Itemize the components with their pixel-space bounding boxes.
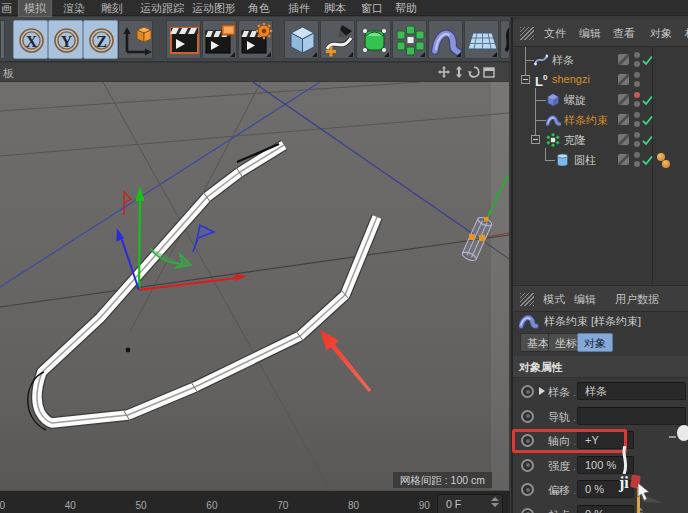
om-menu-4[interactable]: 对象: [650, 20, 672, 46]
object-row-3[interactable]: 螺旋: [513, 90, 688, 110]
bend-deformer-button[interactable]: [428, 20, 463, 59]
editor-visibility-dot[interactable]: [634, 152, 640, 158]
keyframe-circle[interactable]: [521, 385, 534, 398]
link-field[interactable]: [577, 407, 686, 425]
editor-visibility-dot[interactable]: [634, 112, 640, 118]
render-visibility-dot[interactable]: [634, 121, 640, 127]
object-name[interactable]: 螺旋: [564, 93, 586, 108]
enabled-check-icon[interactable]: [642, 55, 653, 66]
om-menu-3[interactable]: 查看: [613, 20, 635, 46]
enabled-check-icon[interactable]: [642, 115, 653, 126]
material-orange-tag-icon[interactable]: [662, 160, 670, 168]
object-row-4[interactable]: 样条约束: [513, 110, 688, 130]
object-row-1[interactable]: 样条: [513, 50, 688, 70]
link-field[interactable]: 样条: [577, 382, 686, 400]
render-settings-button[interactable]: [238, 20, 273, 59]
viewport-panel[interactable]: 板: [0, 63, 509, 490]
expand-triangle-icon[interactable]: [539, 387, 545, 395]
tab-3[interactable]: 对象: [577, 333, 613, 352]
draw-spline-button[interactable]: [320, 20, 355, 59]
layer-swatch[interactable]: [618, 94, 629, 105]
enabled-check-icon[interactable]: [642, 95, 653, 106]
coordinate-system-button[interactable]: [118, 20, 153, 59]
layer-swatch[interactable]: [618, 54, 629, 65]
cylinder-handle[interactable]: [479, 235, 485, 241]
enabled-check-icon[interactable]: [642, 155, 653, 166]
keyframe-circle[interactable]: [521, 483, 534, 496]
object-name[interactable]: 圆柱: [574, 153, 596, 168]
om-menu-1[interactable]: 文件: [544, 20, 566, 46]
object-name[interactable]: 克隆: [564, 133, 586, 148]
menu-item-10[interactable]: 窗口: [361, 0, 383, 16]
menu-item-6[interactable]: 运动图形: [192, 0, 236, 16]
editor-visibility-dot[interactable]: [634, 52, 640, 58]
visibility-dots[interactable]: [634, 132, 640, 150]
editor-visibility-dot[interactable]: [634, 92, 640, 98]
lock-z-axis-button[interactable]: Z: [83, 20, 118, 59]
object-row-6[interactable]: 圆柱: [513, 150, 688, 170]
panel-grip-icon[interactable]: [520, 27, 534, 40]
render-visibility-dot[interactable]: [634, 101, 640, 107]
editor-visibility-dot[interactable]: [634, 72, 640, 78]
menu-item-5[interactable]: 运动跟踪: [140, 0, 184, 16]
render-visibility-dot[interactable]: [634, 81, 640, 87]
maximize-icon[interactable]: [483, 66, 495, 78]
object-name[interactable]: 样条约束: [564, 113, 608, 128]
timeline-ruler[interactable]: 0 F 30405060708090: [0, 490, 510, 513]
visibility-dots[interactable]: [634, 92, 640, 110]
gizmo-y-axis[interactable]: [139, 199, 140, 290]
add-cube-button[interactable]: [284, 20, 319, 59]
object-name[interactable]: 样条: [552, 53, 574, 68]
current-frame-field[interactable]: 0 F: [437, 494, 503, 513]
menu-item-7[interactable]: 角色: [248, 0, 270, 16]
cylinder-top-handle[interactable]: [484, 217, 489, 222]
visibility-dots[interactable]: [634, 52, 640, 70]
menu-item-11[interactable]: 帮助: [395, 0, 417, 16]
menu-item-1[interactable]: 画: [1, 0, 12, 16]
layer-swatch[interactable]: [618, 114, 629, 125]
spinner-down-icon[interactable]: [491, 503, 499, 507]
menu-item-9[interactable]: 脚本: [324, 0, 346, 16]
enabled-check-icon[interactable]: [642, 135, 653, 146]
attribute-section-header[interactable]: 对象属性: [513, 356, 688, 378]
lock-x-axis-button[interactable]: X: [13, 20, 48, 59]
visibility-dots[interactable]: [634, 72, 640, 90]
object-row-5[interactable]: 克隆: [513, 130, 688, 150]
frame-spinner[interactable]: [491, 497, 500, 513]
menu-item-8[interactable]: 插件: [288, 0, 310, 16]
cylinder-handle[interactable]: [469, 234, 475, 240]
render-picture-viewer-button[interactable]: [202, 20, 237, 59]
render-visibility-dot[interactable]: [634, 141, 640, 147]
editor-visibility-dot[interactable]: [634, 132, 640, 138]
object-name[interactable]: shengzi: [552, 73, 590, 85]
object-row-2[interactable]: L0shengzi: [513, 70, 688, 90]
number-field[interactable]: 0 %: [577, 505, 634, 513]
zoom-icon[interactable]: [453, 66, 465, 78]
keyframe-circle[interactable]: [521, 410, 534, 423]
menu-item-2[interactable]: 模拟: [19, 0, 51, 16]
3d-scene[interactable]: [0, 82, 509, 490]
rotate-icon[interactable]: [468, 66, 480, 78]
subdivision-surface-button[interactable]: [356, 20, 391, 59]
layer-swatch[interactable]: [618, 134, 629, 145]
menu-item-4[interactable]: 雕刻: [101, 0, 123, 16]
expander-icon[interactable]: [531, 135, 540, 144]
toolbar-clipped-button[interactable]: [500, 20, 510, 59]
mograph-cloner-button[interactable]: [392, 20, 427, 59]
render-visibility-dot[interactable]: [634, 161, 640, 167]
object-manager-tree[interactable]: 样条L0shengzi螺旋样条约束克隆圆柱: [513, 47, 688, 284]
toolbar-partial-button[interactable]: [0, 20, 5, 59]
render-view-button[interactable]: [166, 20, 201, 59]
layer-swatch[interactable]: [618, 154, 629, 165]
visibility-dots[interactable]: [634, 112, 640, 130]
keyframe-circle[interactable]: [521, 459, 534, 472]
lock-y-axis-button[interactable]: Y: [48, 20, 83, 59]
menu-item-3[interactable]: 渲染: [63, 0, 85, 16]
om-menu-2[interactable]: 编辑: [579, 20, 601, 46]
layer-swatch[interactable]: [618, 74, 629, 85]
viewport-menu-label[interactable]: 板: [3, 66, 14, 81]
floor-button[interactable]: [464, 20, 499, 59]
expander-icon[interactable]: [521, 75, 530, 84]
spinner-up-icon[interactable]: [491, 497, 499, 501]
panel-grip-icon[interactable]: [520, 293, 534, 306]
